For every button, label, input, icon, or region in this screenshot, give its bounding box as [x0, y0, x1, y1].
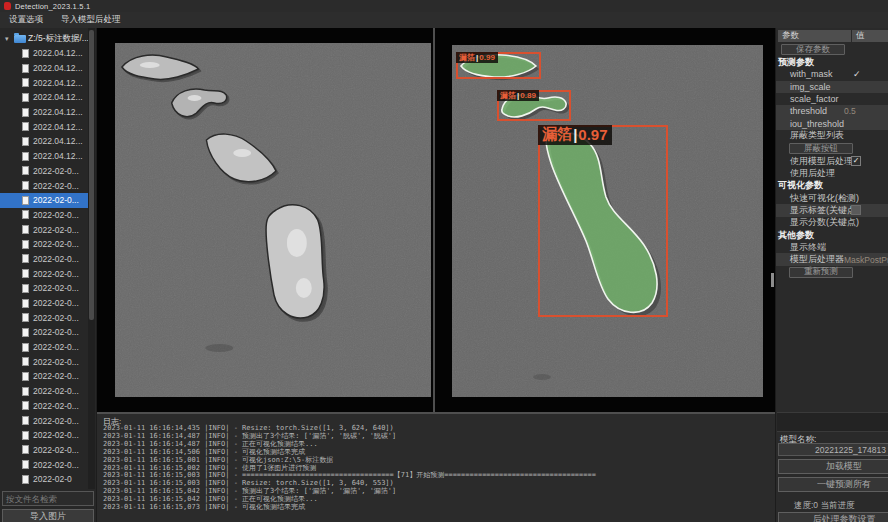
file-icon [22, 460, 29, 469]
tree-scrollbar[interactable] [88, 28, 95, 489]
param-row[interactable]: img_scale [776, 81, 888, 93]
param-row[interactable]: threshold0.5 [776, 105, 888, 117]
tree-item-label: 2022-02-0... [33, 254, 79, 264]
tree-item[interactable]: 2022-02-0... [0, 325, 89, 340]
param-row[interactable]: 快速可视化(检测) [776, 192, 888, 204]
tree-scrollbar-thumb[interactable] [89, 30, 94, 320]
tree-item[interactable]: 2022.04.12... [0, 75, 89, 90]
original-image-panel[interactable] [115, 43, 431, 397]
param-row[interactable]: with_mask✓ [776, 68, 888, 80]
tree-item[interactable]: 2022-02-0... [0, 369, 89, 384]
label-separator: | [573, 126, 577, 143]
param-row[interactable]: 显示终端 [776, 241, 888, 253]
tree-item-label: 2022-02-0... [33, 342, 79, 352]
tree-item[interactable]: 2022-02-0... [0, 340, 89, 355]
param-label: iou_threshold [790, 119, 844, 129]
prediction-image-panel[interactable]: 漏箔|0.99漏箔|0.89漏箔|0.97 [452, 45, 763, 397]
param-row[interactable]: 显示分数(关键点) [776, 217, 888, 229]
tree-item[interactable]: 2022-02-0 [0, 472, 89, 487]
params-header: 参数 值 [778, 30, 888, 42]
tree-expand-icon[interactable]: ▾ [5, 35, 12, 43]
menu-import-postprocess[interactable]: 导入模型后处理 [52, 12, 130, 28]
tree-item[interactable]: 2022-02-0... [0, 457, 89, 472]
panel-scrollbar-thumb[interactable] [771, 273, 774, 287]
tree-root[interactable]: ▾ Z:/5-标注数据/... [0, 31, 89, 46]
file-icon [22, 166, 29, 175]
tree-item[interactable]: 2022.04.12... [0, 90, 89, 105]
save-params-button[interactable]: 保存参数 [781, 44, 845, 55]
file-icon [22, 372, 29, 381]
param-action-button[interactable]: 重新预测 [789, 267, 853, 278]
file-icon [22, 343, 29, 352]
detection-score: 0.89 [520, 91, 536, 100]
param-row[interactable]: 显示标签(关键点) [776, 204, 888, 216]
log-area: 日志: 2023-01-11 16:16:14,435 |INFO| - Res… [97, 412, 775, 522]
param-value[interactable]: MaskPostPro [844, 255, 888, 265]
image-viewer: 漏箔|0.99漏箔|0.89漏箔|0.97 [97, 28, 775, 412]
param-row[interactable]: iou_threshold [776, 117, 888, 129]
param-row[interactable]: 使用模型后处理✓ [776, 155, 888, 167]
postprocess-settings-button[interactable]: 后处理参数设置 [778, 512, 888, 522]
predict-all-button[interactable]: 一键预测所有 [778, 477, 888, 492]
left-defect-image [115, 43, 431, 397]
viewer-splitter[interactable] [433, 28, 435, 412]
tree-item[interactable]: 2022-02-0... [0, 413, 89, 428]
tree-item[interactable]: 2022-02-0... [0, 193, 89, 208]
param-action-button[interactable]: 屏蔽按钮 [789, 143, 853, 154]
file-sidebar: ▾ Z:/5-标注数据/... 2022.04.12...2022.04.12.… [0, 28, 97, 522]
file-icon [22, 181, 29, 190]
tree-item[interactable]: 2022-02-0... [0, 354, 89, 369]
tree-item-label: 2022-02-0... [33, 298, 79, 308]
param-label: 模型后处理器 [790, 253, 844, 266]
checkbox-unchecked[interactable] [851, 205, 861, 215]
search-input[interactable] [2, 491, 94, 506]
checkbox-checked[interactable]: ✓ [851, 156, 861, 166]
tree-item[interactable]: 2022-02-0... [0, 296, 89, 311]
tree-item[interactable]: 2022-02-0... [0, 399, 89, 414]
detection-label: 漏箔|0.89 [497, 90, 539, 101]
tree-item[interactable]: 2022-02-0... [0, 281, 89, 296]
tree-item[interactable]: 2022-02-0... [0, 208, 89, 223]
tree-item[interactable]: 2022.04.12... [0, 46, 89, 61]
param-label: with_mask [790, 69, 833, 79]
param-label: 使用后处理 [790, 167, 835, 180]
tree-item[interactable]: 2022-02-0... [0, 222, 89, 237]
tree-item[interactable]: 2022.04.12... [0, 61, 89, 76]
detection-box: 漏箔|0.89 [497, 90, 571, 121]
tree-item[interactable]: 2022-02-0... [0, 252, 89, 267]
tree-item-label: 2022-02-0... [33, 445, 79, 455]
param-row[interactable]: scale_factor [776, 93, 888, 105]
label-separator: | [476, 53, 478, 62]
param-label: scale_factor [790, 94, 839, 104]
param-row[interactable]: 使用后处理 [776, 167, 888, 179]
tree-item[interactable]: 2022-02-0... [0, 178, 89, 193]
file-icon [22, 64, 29, 73]
param-label: 显示终端 [790, 241, 826, 254]
param-value[interactable]: 0.5 [844, 106, 856, 116]
tree-item[interactable]: 2022.04.12... [0, 119, 89, 134]
tree-item[interactable]: 2022.04.12... [0, 149, 89, 164]
tree-item[interactable]: 2022-02-0... [0, 310, 89, 325]
params-header-value: 值 [852, 30, 888, 42]
tree-item[interactable]: 2022-02-0... [0, 237, 89, 252]
param-row[interactable]: 屏蔽类型列表 [776, 130, 888, 142]
tree-item[interactable]: 2022-02-0... [0, 384, 89, 399]
tree-item[interactable]: 2022-02-0... [0, 164, 89, 179]
import-image-button[interactable]: 导入图片 [2, 509, 94, 522]
tree-item[interactable]: 2022-02-0... [0, 428, 89, 443]
tree-item[interactable]: 2022.04.12... [0, 105, 89, 120]
param-row[interactable]: 模型后处理器MaskPostPro [776, 253, 888, 265]
file-icon [22, 431, 29, 440]
tree-item[interactable]: 2022-02-0... [0, 266, 89, 281]
menu-settings[interactable]: 设置选项 [0, 12, 52, 28]
check-icon[interactable]: ✓ [853, 69, 861, 79]
tree-item-label: 2022-02-0... [33, 283, 79, 293]
load-model-button[interactable]: 加载模型 [778, 459, 888, 474]
tree-item-label: 2022-02-0... [33, 210, 79, 220]
tree-item[interactable]: 2022-02-0... [0, 443, 89, 458]
tree-item[interactable]: 2022.04.12... [0, 134, 89, 149]
tree-item-label: 2022.04.12... [33, 151, 83, 161]
model-name-field[interactable]: 20221225_174813 [778, 443, 888, 456]
tree-item-label: 2022-02-0... [33, 327, 79, 337]
param-button-row: 重新预测 [776, 266, 888, 279]
